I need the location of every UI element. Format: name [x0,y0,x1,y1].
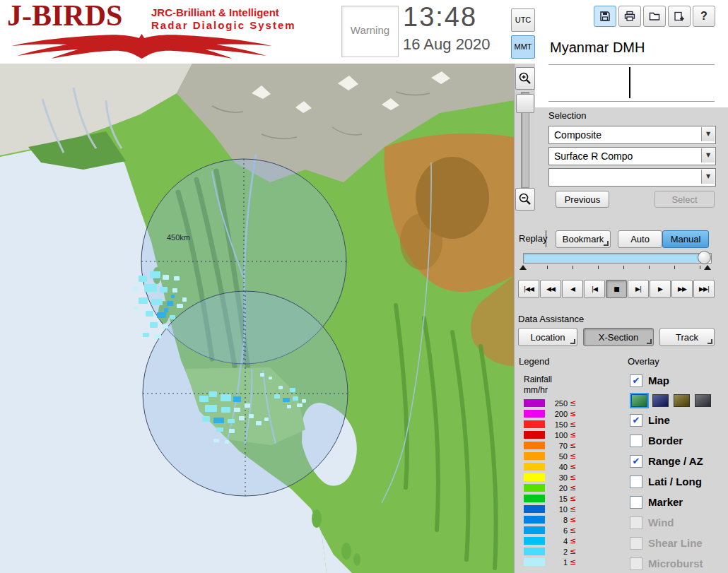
add-image-icon [674,11,685,22]
border-checkbox[interactable] [630,435,642,447]
map-style-swatch-1[interactable] [652,394,669,407]
radar-map[interactable]: 450km [0,64,514,573]
utc-toggle-button[interactable]: UTC [511,8,535,32]
zoom-in-button[interactable] [515,67,535,90]
overlay-section-label: Overlay [628,356,659,367]
overlay-item-line[interactable]: ✔Line [630,410,728,430]
lte-symbol: ≤ [570,526,576,535]
product-dropdown[interactable]: Surface R Compo ▼ [548,147,716,165]
chevron-down-icon[interactable]: ▼ [701,127,715,141]
legend-color-swatch [524,537,545,545]
lte-symbol: ≤ [570,473,576,482]
replay-section-label: Replay [519,233,547,244]
line-checkbox[interactable]: ✔ [630,414,642,427]
app-logo-title: J-BIRDS [7,0,122,33]
overlay-item-label: Wind [648,516,674,528]
map-style-swatch-0[interactable] [631,394,647,407]
stop-button[interactable]: ■ [606,280,627,298]
checkmark-icon: ✔ [633,456,640,466]
overlay-item-border[interactable]: Border [630,430,728,451]
x-section-button[interactable]: X-Section [583,328,654,346]
clock-time: 13:48 [403,2,477,33]
lati-long-checkbox[interactable] [630,475,642,488]
overlay-item-label: Range / AZ [648,455,703,467]
overlay-item-lati-long[interactable]: Lati / Long [630,471,728,492]
lte-symbol: ≤ [570,409,576,418]
transport-controls: |◀◀◀◀◀|◀■▶|▶▶▶▶▶| [518,280,715,298]
skip-end-button[interactable]: ▶▶| [693,280,715,298]
warning-label: Warning [342,24,398,36]
clock-date: 16 Aug 2020 [403,35,491,54]
timeline-tick [674,266,675,269]
help-icon: ? [700,10,708,23]
select-button: Select [654,191,715,208]
play-button[interactable]: ▶ [650,280,671,298]
location-button[interactable]: Location [518,328,577,346]
station-text-field[interactable] [548,64,715,102]
control-panel: Selection Composite ▼ Surface R Compo ▼ … [514,64,728,573]
lte-symbol: ≤ [570,536,576,545]
overlay-item-map[interactable]: ✔Map [630,370,728,391]
zoom-slider-thumb[interactable] [516,94,534,113]
option-dropdown[interactable]: ▼ [548,168,716,187]
map-checkbox[interactable]: ✔ [630,374,642,387]
microburst-checkbox [630,557,642,570]
auto-mode-button[interactable]: Auto [618,230,662,248]
zoom-in-icon [518,71,532,85]
overlay-item-microburst: Microburst [630,553,728,573]
add-image-button[interactable] [668,6,691,27]
overlay-item-marker[interactable]: Marker [630,492,728,512]
legend-row: 40≤ [524,461,576,472]
track-button[interactable]: Track [659,328,715,346]
play-reverse-button[interactable]: ◀ [562,280,583,298]
fast-forward-button[interactable]: ▶▶ [671,280,693,298]
lte-symbol: ≤ [570,420,576,429]
overlay-item-label: Lati / Long [648,475,702,488]
legend-value: 10 [548,505,568,514]
legend-row: 70≤ [524,440,576,451]
legend-color-swatch [524,484,545,492]
timeline-tick [547,266,548,269]
timeline-slider-track[interactable] [523,253,712,264]
dropdown-value: Composite [554,129,601,141]
lte-symbol: ≤ [570,462,576,471]
chevron-down-icon[interactable]: ▼ [701,148,715,163]
step-back-button[interactable]: |◀ [584,280,605,298]
skip-start-button[interactable]: |◀◀ [518,280,539,298]
save-button[interactable] [594,6,616,27]
open-folder-button[interactable] [643,6,666,27]
marker-checkbox[interactable] [630,496,642,509]
legend-color-swatch [524,452,545,460]
legend-value: 1 [548,558,568,567]
previous-button[interactable]: Previous [556,191,609,208]
print-button[interactable] [618,6,641,27]
map-style-swatches [630,391,728,410]
legend-row: 10≤ [524,504,576,514]
mmt-toggle-button[interactable]: MMT [511,35,535,59]
lte-symbol: ≤ [570,430,576,439]
manual-mode-button[interactable]: Manual [662,230,709,248]
zoom-out-button[interactable] [515,188,535,211]
chevron-down-icon[interactable]: ▼ [701,170,715,184]
logo-tagline-line2: Radar Dialogic System [151,19,296,31]
help-button[interactable]: ? [693,6,715,27]
legend-color-swatch [524,526,545,534]
composite-dropdown[interactable]: Composite ▼ [548,126,716,144]
selection-section-label: Selection [548,110,586,121]
checkmark-icon: ✔ [633,376,640,385]
overlay-item-range-az[interactable]: ✔Range / AZ [630,451,728,471]
overlay-item-label: Shear Line [648,537,703,549]
fast-rewind-button[interactable]: ◀◀ [540,280,561,298]
map-style-swatch-3[interactable] [695,394,711,407]
dropdown-value: Surface R Compo [554,150,633,162]
logo-tagline-line1: JRC-Brilliant & Intelligent [151,6,279,18]
map-style-swatch-2[interactable] [674,394,690,407]
lte-symbol: ≤ [570,451,576,461]
timeline-slider-thumb[interactable] [698,251,711,264]
step-forward-button[interactable]: ▶| [628,280,649,298]
warning-status-box: Warning [341,6,399,57]
range-az-checkbox[interactable]: ✔ [630,455,642,468]
bookmark-button[interactable]: Bookmark [556,230,611,248]
print-icon [624,11,635,22]
lte-symbol: ≤ [570,398,576,408]
